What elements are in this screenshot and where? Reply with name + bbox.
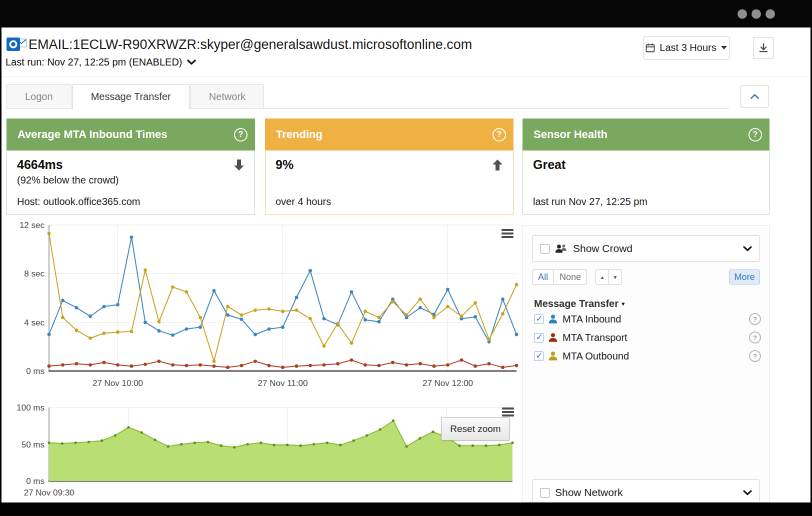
card-title: Sensor Health bbox=[534, 128, 608, 141]
tab-bar: Logon Message Transfer Network bbox=[6, 84, 729, 109]
triangle-down-icon: ▾ bbox=[622, 300, 625, 308]
time-range-label: Last 3 Hours bbox=[660, 42, 716, 54]
caret-down-icon bbox=[721, 46, 727, 50]
scroll-down-button[interactable]: ▼ bbox=[608, 270, 622, 284]
card-body: 4664ms (92% below the crowd) Host: outlo… bbox=[6, 150, 255, 214]
legend-item-mta-transport: MTA Transport bbox=[534, 329, 761, 346]
app-content: EMAIL:1ECLW-R90XRWZR:skyper@generalsawdu… bbox=[2, 28, 810, 502]
chevron-down-icon bbox=[743, 490, 752, 496]
metric-value: Great bbox=[533, 158, 566, 172]
show-network-toggle[interactable]: Show Network bbox=[532, 480, 760, 502]
person-icon bbox=[548, 314, 558, 324]
section-label: Message Transfer bbox=[534, 298, 618, 310]
svg-text:4 sec: 4 sec bbox=[24, 318, 44, 328]
series-control-panel: Show Crowd All None ▲ ▼ More Message Tra… bbox=[522, 225, 770, 502]
card-header: Average MTA Inbound Times bbox=[6, 118, 255, 150]
legend-item-mta-inbound: MTA Inbound bbox=[534, 310, 761, 328]
card-body: 9% over 4 hours bbox=[265, 150, 514, 214]
chart-menu-icon[interactable] bbox=[502, 408, 514, 416]
help-icon[interactable] bbox=[749, 313, 761, 325]
series-checkbox[interactable] bbox=[534, 314, 544, 324]
svg-text:27 Nov 10:00: 27 Nov 10:00 bbox=[92, 378, 143, 388]
last-run-status[interactable]: Last run: Nov 27, 12:25 pm (ENABLED) bbox=[6, 56, 196, 68]
series-label: MTA Inbound bbox=[562, 314, 621, 325]
trend-down-arrow-icon bbox=[234, 159, 244, 171]
help-icon[interactable] bbox=[492, 128, 506, 142]
tab-network[interactable]: Network bbox=[190, 84, 264, 109]
select-none-button[interactable]: None bbox=[554, 270, 587, 284]
card-trending: Trending 9% over 4 hours bbox=[265, 118, 514, 214]
crowd-icon bbox=[555, 244, 568, 253]
outlook-email-icon bbox=[6, 36, 28, 54]
show-network-label: Show Network bbox=[555, 486, 622, 498]
metric-footer: Host: outlook.office365.com bbox=[17, 196, 244, 208]
calendar-icon bbox=[646, 43, 655, 52]
download-button[interactable] bbox=[753, 37, 774, 59]
window-titlebar bbox=[0, 0, 812, 28]
chevron-down-icon bbox=[743, 246, 752, 252]
show-network-checkbox[interactable] bbox=[540, 488, 550, 498]
scroll-up-button[interactable]: ▲ bbox=[596, 270, 609, 284]
show-crowd-label: Show Crowd bbox=[573, 242, 632, 254]
card-average-mta-inbound-times: Average MTA Inbound Times 4664ms (92% be… bbox=[6, 118, 255, 214]
show-crowd-checkbox[interactable] bbox=[540, 244, 550, 254]
header-divider bbox=[2, 76, 810, 76]
collapse-panel-button[interactable] bbox=[740, 85, 769, 108]
tab-message-transfer[interactable]: Message Transfer bbox=[72, 84, 190, 109]
card-title: Average MTA Inbound Times bbox=[18, 128, 167, 141]
svg-text:8 sec: 8 sec bbox=[24, 269, 44, 278]
chevron-down-icon bbox=[187, 60, 196, 65]
select-all-button[interactable]: All bbox=[532, 270, 554, 284]
help-icon[interactable] bbox=[749, 332, 761, 344]
card-body: Great last run Nov 27, 12:25 pm bbox=[522, 150, 770, 214]
series-label: MTA Outbound bbox=[562, 350, 629, 362]
metric-value: 4664ms bbox=[17, 158, 63, 172]
svg-text:27 Nov 11:00: 27 Nov 11:00 bbox=[258, 378, 308, 388]
card-title: Trending bbox=[276, 128, 322, 141]
show-crowd-toggle[interactable]: Show Crowd bbox=[532, 236, 760, 262]
person-icon bbox=[548, 351, 558, 361]
reset-zoom-button[interactable]: Reset zoom bbox=[441, 417, 510, 440]
section-message-transfer[interactable]: Message Transfer ▾ bbox=[534, 298, 625, 310]
chart-menu-icon[interactable] bbox=[502, 229, 514, 238]
legend-item-mta-outbound: MTA Outbound bbox=[534, 348, 761, 364]
metric-footer: last run Nov 27, 12:25 pm bbox=[533, 196, 759, 208]
help-icon[interactable] bbox=[749, 350, 761, 362]
metric-subtext: (92% below the crowd) bbox=[17, 174, 244, 186]
series-label: MTA Transport bbox=[562, 332, 628, 344]
page-title: EMAIL:1ECLW-R90XRWZR:skyper@generalsawdu… bbox=[28, 37, 472, 52]
mta-times-line-chart[interactable]: 12 sec8 sec4 sec0 ms27 Nov 10:0027 Nov 1… bbox=[2, 220, 522, 392]
series-checkbox[interactable] bbox=[534, 333, 544, 342]
svg-text:27 Nov 12:00: 27 Nov 12:00 bbox=[422, 378, 473, 388]
svg-text:0 ms: 0 ms bbox=[26, 476, 44, 486]
help-icon[interactable] bbox=[748, 128, 762, 142]
chevron-up-icon bbox=[750, 94, 760, 100]
svg-text:100 ms: 100 ms bbox=[16, 403, 44, 412]
trend-up-arrow-icon bbox=[492, 159, 503, 171]
series-filter-toolbar: All None ▲ ▼ More bbox=[532, 270, 760, 284]
window-dot-icon bbox=[738, 9, 747, 18]
metric-value: 9% bbox=[276, 158, 294, 172]
window-controls bbox=[738, 9, 775, 18]
download-icon bbox=[758, 42, 769, 54]
svg-text:0 ms: 0 ms bbox=[26, 366, 44, 376]
more-button[interactable]: More bbox=[729, 270, 760, 284]
tab-logon[interactable]: Logon bbox=[6, 84, 72, 109]
time-range-button[interactable]: Last 3 Hours bbox=[643, 36, 730, 60]
card-header: Trending bbox=[265, 118, 514, 150]
last-run-text: Last run: Nov 27, 12:25 pm (ENABLED) bbox=[6, 56, 182, 68]
card-header: Sensor Health bbox=[522, 118, 770, 150]
series-checkbox[interactable] bbox=[534, 352, 544, 361]
svg-text:27 Nov 09:30: 27 Nov 09:30 bbox=[24, 488, 74, 498]
person-icon bbox=[548, 332, 558, 342]
window-dot-icon bbox=[766, 9, 775, 18]
metric-footer: over 4 hours bbox=[276, 196, 503, 208]
svg-text:12 sec: 12 sec bbox=[20, 220, 45, 230]
window-dot-icon bbox=[752, 9, 761, 18]
card-sensor-health: Sensor Health Great last run Nov 27, 12:… bbox=[522, 118, 770, 214]
help-icon[interactable] bbox=[234, 128, 248, 142]
svg-text:50 ms: 50 ms bbox=[22, 440, 44, 450]
